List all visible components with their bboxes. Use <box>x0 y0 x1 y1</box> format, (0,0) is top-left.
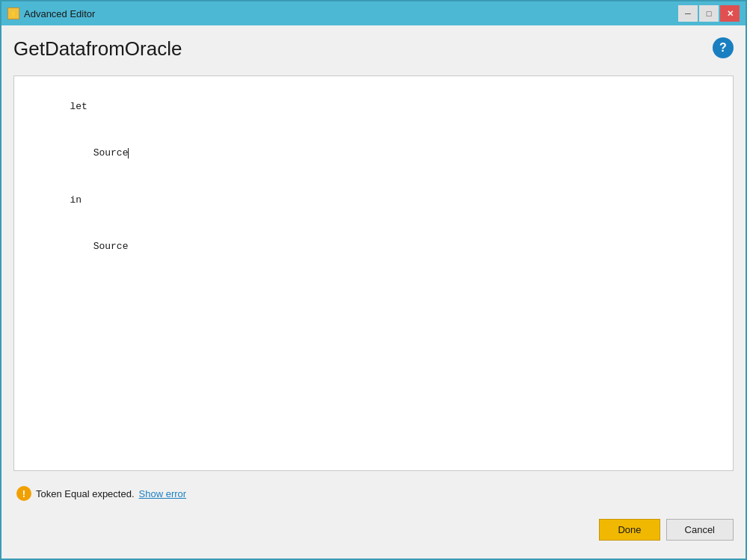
error-message: Token Equal expected. <box>36 488 135 499</box>
code-source-line2: Source <box>93 147 129 159</box>
editor-content: let Source in Source <box>23 84 724 271</box>
minimize-button[interactable]: ─ <box>678 5 698 22</box>
dialog-header: GetDatafromOracle ? <box>13 37 734 67</box>
title-bar-controls: ─ □ ✕ <box>678 5 740 22</box>
dialog-title: GetDatafromOracle <box>13 37 182 61</box>
maximize-button[interactable]: □ <box>699 5 719 22</box>
error-icon: ! <box>16 486 31 501</box>
show-error-button[interactable]: Show error <box>139 488 187 499</box>
done-button[interactable]: Done <box>599 519 660 541</box>
code-let-keyword: let <box>70 101 87 112</box>
code-editor[interactable]: let Source in Source <box>13 76 734 471</box>
title-bar-left: ⚡ Advanced Editor <box>7 7 95 19</box>
close-button[interactable]: ✕ <box>720 5 740 22</box>
title-bar-title: Advanced Editor <box>24 8 95 19</box>
code-source-line4: Source <box>93 241 129 252</box>
code-line2-indent <box>70 147 93 159</box>
window-content: GetDatafromOracle ? let Source in Source… <box>1 25 746 559</box>
title-bar: ⚡ Advanced Editor ─ □ ✕ <box>1 1 746 25</box>
code-line4-indent <box>70 241 93 252</box>
text-cursor <box>128 148 129 159</box>
code-in-keyword: in <box>70 194 82 206</box>
cancel-button[interactable]: Cancel <box>666 519 734 541</box>
window-frame: ⚡ Advanced Editor ─ □ ✕ GetDatafromOracl… <box>0 0 747 560</box>
status-bar: ! Token Equal expected. Show error <box>13 480 734 507</box>
window-icon: ⚡ <box>7 7 19 19</box>
button-bar: Done Cancel <box>13 516 734 547</box>
help-icon[interactable]: ? <box>713 37 734 58</box>
window-icon-symbol: ⚡ <box>9 10 18 18</box>
